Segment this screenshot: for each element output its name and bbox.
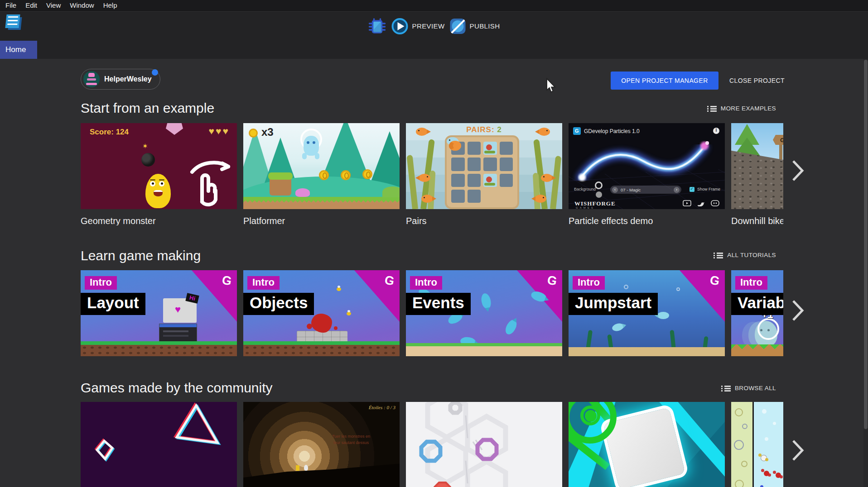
example-card-pairs[interactable]: PAIRS: 2 — [406, 123, 562, 225]
publish-button[interactable]: PUBLISH — [450, 19, 500, 34]
community-card-night[interactable]: Tuer les monstres en leur sautant dessus… — [243, 402, 400, 487]
menu-window[interactable]: Window — [65, 1, 98, 9]
more-examples-link[interactable]: MORE EXAMPLES — [707, 105, 776, 112]
debug-icon[interactable] — [368, 17, 386, 35]
card-grid — [445, 135, 519, 209]
community-card-hexagon[interactable] — [406, 402, 562, 487]
grid-cell — [500, 158, 513, 171]
community-card-molecules[interactable] — [731, 402, 783, 487]
menu-file[interactable]: File — [1, 1, 21, 9]
community-card-neon[interactable] — [81, 402, 237, 487]
particle-trail — [569, 123, 725, 209]
jumpstart-thumbnail: G Intro Jumpstart — [569, 270, 725, 356]
example-card-particle-effects[interactable]: GDevelop Particles 1.0 Background 07 - M… — [569, 123, 725, 225]
example-card-geometry-monster[interactable]: Score: 124 — [81, 123, 237, 225]
browse-all-link[interactable]: BROWSE ALL — [721, 385, 776, 392]
tutorials-row: G Hi Intro Layout G Intro Objects — [81, 270, 783, 356]
grid-cell — [468, 142, 481, 155]
tab-bar: Home — [0, 41, 868, 59]
example-card-downhill-bike[interactable]: G Downhill bike — [731, 123, 783, 225]
community-scroll-right-button[interactable] — [789, 437, 807, 464]
monster-eye — [159, 181, 164, 186]
menu-view[interactable]: View — [42, 1, 65, 9]
pentagon-shape — [166, 123, 183, 135]
username: HelperWesley — [104, 75, 152, 83]
tutorial-card-layout[interactable]: G Hi Intro Layout — [81, 270, 237, 356]
fish-sprite — [541, 174, 553, 182]
tutorial-word: Objects — [243, 293, 314, 315]
all-tutorials-link[interactable]: ALL TUTORIALS — [714, 252, 776, 258]
project-manager-icon-lines — [7, 16, 18, 26]
card-title: Platformer — [243, 216, 400, 225]
platform-block — [270, 174, 291, 196]
close-project-button[interactable]: CLOSE PROJECT — [724, 72, 790, 90]
tab-home-label: Home — [5, 45, 26, 54]
fish-sprite — [535, 195, 546, 203]
tutorial-card-objects[interactable]: G Intro Objects — [243, 270, 400, 356]
menu-edit[interactable]: Edit — [21, 1, 42, 9]
variables-thumbnail: G +1 Intro Variables — [731, 270, 783, 356]
stars-counter-text: Étoiles : 0 / 3 — [369, 405, 395, 410]
tutorial-card-jumpstart[interactable]: G Intro Jumpstart — [569, 270, 725, 356]
neon-shapes-art — [81, 402, 237, 487]
tutorials-scroll-right-button[interactable] — [789, 297, 807, 324]
project-manager-icon[interactable] — [5, 14, 23, 31]
bubble-outline — [735, 408, 743, 416]
mouse-cursor — [545, 78, 556, 93]
coin-icon — [319, 170, 329, 180]
social-icons — [683, 200, 719, 206]
fish-sprite — [421, 195, 433, 203]
show-frame-checkbox — [690, 187, 694, 192]
green-dot — [585, 410, 597, 422]
intro-tag: Intro — [410, 276, 442, 290]
intro-tag: Intro — [85, 276, 117, 290]
browse-all-label: BROWSE ALL — [735, 385, 776, 392]
community-card-ringsquare[interactable] — [569, 402, 725, 487]
tutorial-card-events[interactable]: G Intro Events — [406, 270, 562, 356]
grid-cell — [500, 142, 513, 155]
coin-icon — [362, 169, 372, 179]
coin-icon — [341, 170, 351, 180]
effect-name: 07 - Magic — [620, 187, 672, 192]
bomb-icon — [141, 153, 155, 167]
swipe-hand-icon — [188, 158, 234, 207]
menu-help[interactable]: Help — [99, 1, 122, 9]
project-manager-icon-front — [5, 14, 20, 28]
demo-header: GDevelop Particles 1.0 — [573, 127, 640, 135]
fish-sprite — [419, 174, 430, 182]
intro-tag: Intro — [573, 276, 605, 290]
tutorial-card-variables[interactable]: G +1 Intro Variables — [731, 270, 783, 356]
scrollbar-thumb[interactable] — [864, 60, 868, 429]
preview-button[interactable]: PREVIEW — [392, 18, 445, 34]
pairs-value: 2 — [497, 125, 502, 134]
molecule-cluster — [761, 455, 767, 461]
more-examples-label: MORE EXAMPLES — [721, 105, 776, 112]
pairs-thumbnail: PAIRS: 2 — [406, 123, 562, 209]
grid-cell — [468, 174, 481, 187]
hint-line2: leur sautant dessus — [333, 440, 369, 445]
grid-cell — [451, 174, 465, 187]
wishforge-sub: GAMES — [576, 206, 595, 209]
bubble-outline — [735, 480, 744, 487]
avatar — [83, 71, 100, 87]
hint-line1: Tuer les monstres en — [332, 434, 370, 439]
user-profile-chip[interactable]: HelperWesley — [81, 69, 160, 90]
tab-home[interactable]: Home — [0, 41, 37, 59]
bee-sprite — [347, 312, 351, 315]
bubble-outline — [742, 424, 747, 429]
seaweed-shape — [550, 156, 561, 209]
grid-cell — [468, 158, 481, 171]
ground-strip — [81, 345, 237, 356]
open-project-manager-button[interactable]: OPEN PROJECT MANAGER — [611, 72, 719, 90]
examples-scroll-right-button[interactable] — [789, 157, 807, 184]
platformer-thumbnail: x3 — [243, 123, 400, 209]
intro-tag: Intro — [247, 276, 280, 290]
gdevelop-window: File Edit View Window Help — [0, 0, 868, 487]
bubble-shape — [765, 437, 768, 441]
bubble-outline — [741, 461, 747, 467]
bubble-shape — [762, 409, 767, 414]
grid-cell-snail — [483, 174, 497, 187]
neon-thumbnail — [81, 402, 237, 487]
next-effect-icon — [674, 187, 680, 193]
example-card-platformer[interactable]: x3 Platformer — [243, 123, 400, 225]
